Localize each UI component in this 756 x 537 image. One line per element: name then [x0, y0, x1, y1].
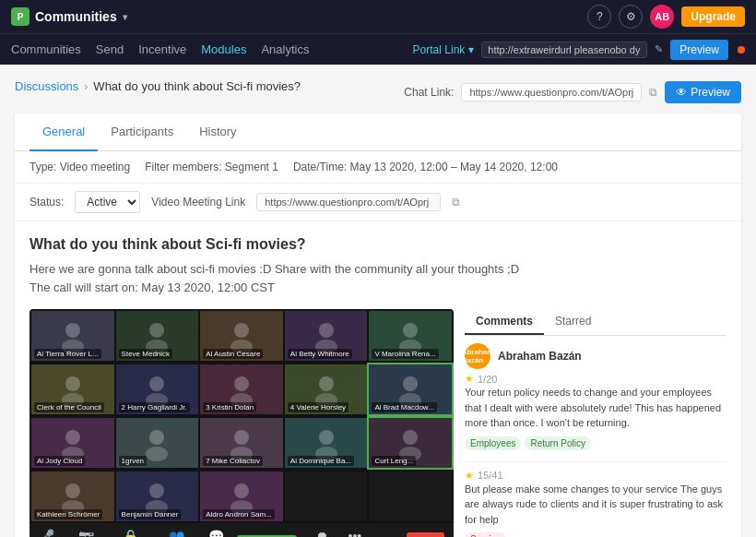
video-link-copy-icon[interactable]: ⧉ [452, 196, 460, 209]
video-grid-row1: Al Tierra Rover L... Steve Mednick [30, 309, 454, 363]
main-content: Discussions › What do you think about Sc… [0, 65, 756, 537]
portal-link-input[interactable] [481, 42, 647, 58]
svg-point-4 [234, 323, 249, 338]
portal-link-edit-icon[interactable]: ✎ [655, 43, 663, 55]
status-select[interactable]: Active [75, 191, 140, 213]
video-cell: Al Betty Whitmore [285, 311, 368, 361]
video-cell-label: Al Betty Whitmore [288, 349, 352, 359]
nav-incentive[interactable]: Incentive [138, 37, 186, 62]
video-grid-row2: Clerk of the Council 2 Harry Gagliardi J… [30, 363, 454, 416]
comment-author: Abraham Bazán [498, 350, 582, 363]
mute-button[interactable]: 🎤 Mute [39, 529, 55, 537]
comment-divider [465, 461, 726, 462]
tab-history[interactable]: History [186, 113, 249, 151]
video-cell-label: Al Jody Cloud [34, 456, 85, 466]
upgrade-button[interactable]: Upgrade [681, 6, 745, 27]
video-grid-row3: Al Jody Cloud 1grven [30, 416, 454, 470]
sec-nav-right: Portal Link ▾ ✎ Preview [413, 40, 745, 60]
svg-point-30 [65, 483, 80, 498]
brand-dropdown-icon[interactable]: ▾ [123, 12, 127, 22]
status-label: Status: [30, 196, 64, 209]
video-cell: Al Jody Cloud [31, 418, 114, 468]
discussion-body: What do you think about Sci-fi movies? H… [15, 221, 741, 537]
svg-point-26 [319, 430, 334, 445]
tabs: General Participants History [15, 113, 741, 151]
record-button[interactable]: ⏺ Record [310, 529, 334, 537]
video-cell: 3 Kristin Dolan [200, 364, 283, 414]
eye-icon: 👁 [676, 86, 687, 99]
video-cell-label: Aldro Andron Sam... [203, 509, 275, 519]
sec-nav-links: Communities Send Incentive Modules Analy… [11, 37, 413, 62]
video-cell-label: Steve Mednick [119, 349, 172, 359]
video-frame: Al Tierra Rover L... Steve Mednick [30, 309, 454, 537]
more-icon: ••• [348, 529, 362, 537]
avatar[interactable]: AB [650, 5, 674, 29]
video-cell: Al Dominique Ba... [285, 418, 368, 468]
video-cell-label: Al Tierra Rover L... [34, 349, 101, 359]
chat-button[interactable]: 💬 Chat [208, 529, 224, 537]
video-cell: 2 Harry Gagliardi Jr. [116, 364, 199, 414]
svg-point-12 [149, 376, 164, 391]
comment-tag: Return Policy [525, 436, 590, 450]
video-cell: Curt Leng... [369, 418, 452, 468]
star-icon: ★ [465, 373, 474, 385]
svg-point-24 [234, 430, 249, 445]
svg-point-20 [65, 430, 80, 445]
breadcrumb-parent[interactable]: Discussions [15, 79, 78, 93]
svg-point-0 [65, 323, 80, 338]
nav-analytics[interactable]: Analytics [261, 37, 309, 62]
video-grid-row4: Kathleen Schrömer Benjamin Danner [30, 470, 454, 523]
preview-button-top[interactable]: Preview [670, 40, 728, 60]
tab-participants[interactable]: Participants [98, 113, 186, 151]
participants-button[interactable]: 👥 Participants [157, 529, 195, 537]
video-cell-label: Clerk of the Council [34, 402, 104, 412]
svg-point-32 [149, 483, 164, 498]
comments-tabs: Comments Starred [465, 309, 726, 336]
svg-point-34 [234, 483, 249, 498]
video-area: Al Tierra Rover L... Steve Mednick [30, 309, 454, 537]
preview-button[interactable]: 👁 Preview [665, 81, 741, 103]
svg-point-14 [234, 376, 249, 391]
more-button[interactable]: ••• More [347, 529, 363, 537]
video-cell-label: Kathleen Schrömer [34, 509, 102, 519]
video-cell: 1grven [116, 418, 199, 468]
breadcrumb: Discussions › What do you think about Sc… [15, 79, 301, 93]
tab-starred[interactable]: Starred [544, 309, 602, 335]
tab-general[interactable]: General [30, 113, 98, 151]
end-button[interactable]: End [407, 532, 444, 538]
start-video-button[interactable]: 📷 Start Video [68, 529, 104, 537]
video-tools: 🎤 Mute 📷 Start Video 🔒 Security [39, 529, 363, 537]
video-cell-empty [285, 471, 368, 521]
svg-point-18 [403, 376, 418, 391]
meta-row: Type: Video meeting Filter members: Segm… [15, 151, 741, 184]
svg-point-28 [403, 430, 418, 445]
avatar-initials: Abraham Bazán [462, 348, 494, 364]
portal-link-chevron: ▾ [468, 43, 474, 56]
comment-tags: Service [465, 532, 726, 537]
breadcrumb-row: Discussions › What do you think about Sc… [15, 79, 741, 104]
video-cell-label: 1grven [119, 456, 147, 466]
comment-tag: Service [465, 532, 506, 537]
video-cell-label: 2 Harry Gagliardi Jr. [119, 402, 190, 412]
portal-link-dropdown[interactable]: Portal Link ▾ [413, 43, 475, 56]
video-meeting-label: Video Meeting Link [151, 196, 245, 209]
nav-send[interactable]: Send [96, 37, 124, 62]
security-button[interactable]: 🔒 Security [117, 529, 144, 537]
rating-value: 15/41 [478, 470, 503, 481]
video-cell: Al Austin Cesare [200, 311, 283, 361]
nav-communities[interactable]: Communities [11, 37, 81, 62]
help-button[interactable]: ? [587, 5, 611, 29]
copy-icon[interactable]: ⧉ [649, 86, 657, 99]
content-card: General Participants History Type: Video… [15, 113, 741, 537]
comment-avatar: Abraham Bazán [465, 343, 490, 369]
chat-link-url: https://www.questionpro.com/t/AOprj [461, 83, 642, 101]
comments-panel: Comments Starred Abraham Bazán Abraham B… [465, 309, 726, 537]
video-cell-label: 4 Valerie Horsley [288, 402, 348, 412]
nav-modules[interactable]: Modules [201, 37, 246, 62]
tab-comments[interactable]: Comments [465, 309, 544, 335]
settings-button[interactable]: ⚙ [619, 5, 643, 29]
camera-icon: 📷 [78, 529, 94, 537]
video-link-input[interactable] [256, 193, 441, 211]
video-cell: 7 Mike Coliactov [200, 418, 283, 468]
notification-dot [738, 46, 745, 54]
